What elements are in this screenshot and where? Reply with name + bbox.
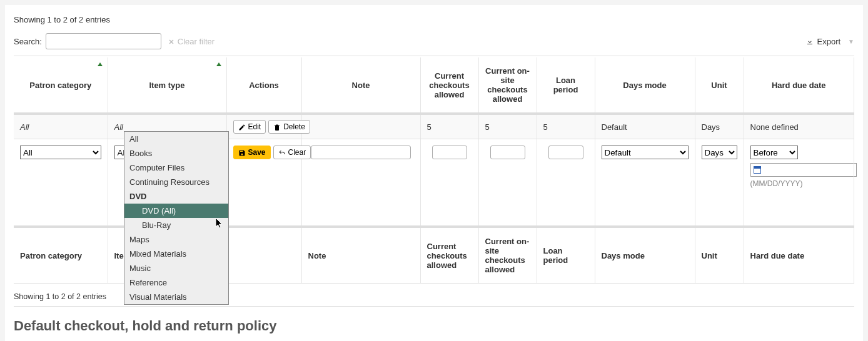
sort-asc-icon [98, 62, 103, 66]
entries-info-top: Showing 1 to 2 of 2 entries [14, 15, 854, 24]
edit-days-mode: Default [595, 139, 695, 227]
foot-note: Note [301, 227, 420, 284]
dropdown-option[interactable]: All [124, 132, 228, 146]
col-hard-due-date[interactable]: Hard due date [744, 57, 854, 114]
trash-icon [273, 122, 281, 131]
edit-note [301, 139, 420, 227]
section-heading: Default checkout, hold and return policy [14, 318, 854, 334]
current-onsite-input[interactable] [490, 146, 525, 159]
col-current-checkouts[interactable]: Current checkouts allowed [420, 57, 478, 114]
col-patron-category[interactable]: Patron category [14, 57, 108, 114]
foot-days-mode: Days mode [595, 227, 695, 284]
cell-loan-period: 5 [537, 114, 595, 139]
foot-unit: Unit [695, 227, 744, 284]
edit-unit: Days [695, 139, 744, 227]
dropdown-option[interactable]: Blu-Ray [124, 218, 228, 232]
hard-due-mode-select[interactable]: Before [750, 146, 798, 159]
pencil-icon [238, 122, 246, 131]
dropdown-option[interactable]: DVD [124, 189, 228, 204]
edit-button[interactable]: Edit [233, 120, 266, 134]
days-mode-select[interactable]: Default [602, 146, 689, 159]
delete-button[interactable]: Delete [268, 120, 310, 134]
col-loan-period[interactable]: Loan period [537, 57, 595, 114]
edit-current-onsite [478, 139, 537, 227]
dropdown-option[interactable]: Music [124, 261, 228, 275]
edit-hard-due-date: Before (MM/DD/YYYY) [744, 139, 854, 227]
foot-loan-period: Loan period [537, 227, 595, 284]
col-days-mode[interactable]: Days mode [595, 57, 695, 114]
cell-days-mode: Default [595, 114, 695, 139]
current-checkouts-input[interactable] [432, 146, 467, 159]
clear-filter-button: Clear filter [168, 37, 214, 46]
unit-select[interactable]: Days [702, 146, 737, 159]
undo-icon [278, 148, 286, 157]
cell-patron-category: All [14, 114, 108, 139]
clear-button[interactable]: Clear [273, 146, 311, 159]
download-icon [806, 37, 814, 46]
col-note[interactable]: Note [301, 57, 420, 114]
foot-actions [226, 227, 301, 284]
cell-note [301, 114, 420, 139]
dropdown-option[interactable]: Reference [124, 275, 228, 290]
dropdown-option[interactable]: Books [124, 146, 228, 161]
cell-unit: Days [695, 114, 744, 139]
dropdown-option[interactable]: Mixed Materials [124, 247, 228, 261]
cursor-icon [215, 217, 224, 230]
patron-category-select[interactable]: All [20, 146, 101, 159]
edit-actions: Save Clear [226, 139, 301, 227]
cell-actions: Edit Delete [226, 114, 301, 139]
col-actions: Actions [226, 57, 301, 114]
search-input[interactable] [46, 33, 161, 49]
item-type-dropdown[interactable]: AllBooksComputer FilesContinuing Resourc… [124, 131, 229, 305]
col-item-type[interactable]: Item type [108, 57, 226, 114]
date-format-hint: (MM/DD/YYYY) [750, 179, 848, 188]
clear-filter-label: Clear filter [178, 37, 214, 46]
calendar-icon [754, 166, 761, 174]
loan-period-input[interactable] [548, 146, 583, 159]
save-icon [238, 148, 246, 157]
cell-current-checkouts: 5 [420, 114, 478, 139]
note-input[interactable] [311, 146, 411, 159]
dropdown-option[interactable]: Visual Materials [124, 290, 228, 304]
export-label: Export [817, 37, 841, 46]
caret-down-icon: ▼ [848, 38, 854, 45]
col-unit[interactable]: Unit [695, 57, 744, 114]
dropdown-option[interactable]: Maps [124, 232, 228, 247]
table-header-row: Patron category Item type Actions Note C… [14, 57, 854, 114]
dropdown-option[interactable]: DVD (All) [124, 204, 228, 218]
cell-hard-due-date: None defined [744, 114, 854, 139]
divider [14, 306, 854, 307]
dropdown-option[interactable]: Continuing Resources [124, 175, 228, 189]
rules-panel: Showing 1 to 2 of 2 entries Search: Clea… [5, 5, 863, 341]
col-current-onsite[interactable]: Current on-site checkouts allowed [478, 57, 537, 114]
search-label: Search: [14, 37, 42, 46]
hard-due-date-input[interactable] [750, 163, 857, 177]
cell-current-onsite: 5 [478, 114, 537, 139]
dropdown-option[interactable]: Computer Files [124, 161, 228, 175]
x-icon [168, 37, 175, 46]
foot-current-checkouts: Current checkouts allowed [420, 227, 478, 284]
foot-patron-category: Patron category [14, 227, 108, 284]
foot-hard-due-date: Hard due date [744, 227, 854, 284]
search-toolbar: Search: Clear filter Export ▼ [14, 33, 854, 56]
sort-asc-icon [216, 62, 221, 66]
save-button[interactable]: Save [233, 146, 271, 159]
edit-loan-period [537, 139, 595, 227]
edit-patron-category: All [14, 139, 108, 227]
export-button[interactable]: Export ▼ [806, 37, 854, 46]
foot-current-onsite: Current on-site checkouts allowed [478, 227, 537, 284]
edit-current-checkouts [420, 139, 478, 227]
